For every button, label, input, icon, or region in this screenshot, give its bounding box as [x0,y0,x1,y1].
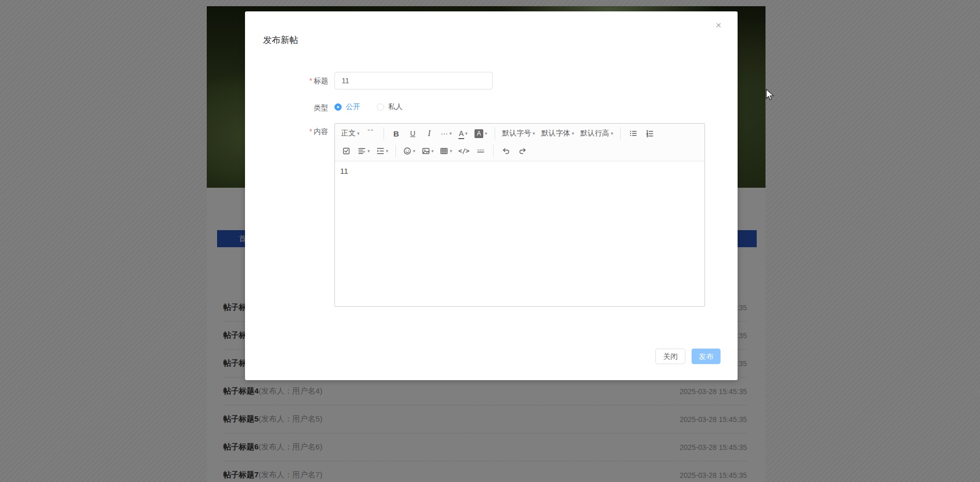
bold-icon: B [393,129,399,138]
ordered-list-button[interactable] [641,126,658,141]
toolbar-divider [395,145,396,157]
radio-dot-icon [377,103,384,111]
chevron-down-icon: ▾ [432,148,434,154]
code-block-button[interactable]: </> [455,144,473,158]
italic-button[interactable]: I [421,126,438,141]
divider-button[interactable] [472,144,489,158]
more-styles-dropdown[interactable]: ···▾ [438,126,455,141]
title-label-text: 标题 [314,77,328,85]
chevron-down-icon: ▾ [413,148,416,154]
table-icon [440,147,448,155]
radio-private-label: 私人 [388,102,403,112]
radio-dot-selected-icon [334,103,342,111]
font-size-dropdown[interactable]: 默认字号▾ [499,126,539,141]
new-post-dialog: 发布新帖 × *标题 类型 公开 私人 *内容 正文▾ “ [245,11,738,380]
radio-public[interactable]: 公开 [334,102,360,112]
bg-color-dropdown[interactable]: A▾ [471,126,491,141]
chevron-down-icon: ▾ [533,131,535,136]
table-dropdown[interactable]: ▾ [437,144,455,158]
type-field-label: 类型 [245,103,328,113]
chevron-down-icon: ▾ [465,131,468,136]
font-family-label: 默认字体 [541,129,570,138]
font-size-label: 默认字号 [502,129,531,138]
chevron-down-icon: ▾ [450,131,452,136]
content-label-text: 内容 [314,127,328,135]
toolbar-divider [493,145,494,157]
align-dropdown[interactable]: ▾ [355,144,373,158]
image-dropdown[interactable]: ▾ [419,144,437,158]
undo-button[interactable] [498,144,514,158]
font-color-icon: A [459,130,464,137]
bullet-list-button[interactable] [625,126,641,141]
editor-toolbar: 正文▾ “ B U I ···▾ A▾ A▾ 默认字号▾ 默认字体▾ 默认行高▾ [335,124,705,161]
mouse-cursor [764,89,776,103]
ordered-list-icon [646,129,654,138]
paragraph-style-dropdown[interactable]: 正文▾ [338,126,363,141]
radio-public-label: 公开 [346,102,360,112]
toolbar-row-1: 正文▾ “ B U I ···▾ A▾ A▾ 默认字号▾ 默认字体▾ 默认行高▾ [338,125,701,142]
toolbar-divider [620,127,621,140]
bold-button[interactable]: B [388,126,405,141]
bg-color-icon: A [474,129,483,138]
app-screen: 首页 帖子标题1(发布人：用户名1) 2025-03-28 15:45:35 帖… [0,0,980,482]
line-height-label: 默认行高 [580,129,609,138]
todo-icon [342,147,350,155]
editor-text: 11 [340,167,348,175]
editor-content-area[interactable]: 11 [335,161,705,307]
toolbar-divider [495,127,495,140]
radio-private[interactable]: 私人 [377,102,403,112]
toolbar-row-2: ▾ ▾ ▾ ▾ [338,142,701,160]
dialog-title: 发布新帖 [263,34,298,46]
blockquote-icon: “ [367,130,375,137]
toolbar-divider [384,127,384,140]
emoji-icon [403,147,411,155]
rich-text-editor: 正文▾ “ B U I ···▾ A▾ A▾ 默认字号▾ 默认字体▾ 默认行高▾ [334,123,705,307]
emoji-dropdown[interactable]: ▾ [400,144,419,158]
blockquote-button[interactable]: “ [363,126,379,141]
font-color-dropdown[interactable]: A▾ [455,126,471,141]
redo-button[interactable] [514,144,531,158]
publish-button[interactable]: 发布 [692,349,721,364]
chevron-down-icon: ▾ [572,131,574,136]
line-height-dropdown[interactable]: 默认行高▾ [577,126,617,141]
divider-icon [477,147,485,155]
type-label-text: 类型 [314,103,328,112]
chevron-down-icon: ▾ [357,131,360,136]
underline-icon: U [410,129,415,138]
more-icon: ··· [441,129,448,138]
close-button[interactable]: 关闭 [655,349,685,364]
chevron-down-icon: ▾ [386,148,389,154]
paragraph-style-label: 正文 [341,129,356,138]
chevron-down-icon: ▾ [450,148,452,154]
todo-button[interactable] [338,144,355,158]
underline-button[interactable]: U [405,126,421,141]
chevron-down-icon: ▾ [611,131,614,136]
bullet-list-icon [629,129,637,138]
italic-icon: I [428,129,431,138]
undo-icon [502,147,510,155]
content-field-label: *内容 [245,127,328,137]
required-mark: * [310,127,312,135]
required-mark: * [310,77,312,85]
align-icon [358,147,366,155]
title-field-label: *标题 [245,77,328,86]
chevron-down-icon: ▾ [485,131,487,136]
chevron-down-icon: ▾ [368,148,370,154]
indent-dropdown[interactable]: ▾ [373,144,392,158]
indent-icon [376,147,385,155]
font-family-dropdown[interactable]: 默认字体▾ [538,126,577,141]
type-radio-group: 公开 私人 [334,101,403,113]
redo-icon [518,147,527,155]
title-input[interactable] [334,72,493,89]
close-icon[interactable]: × [711,18,726,33]
code-icon: </> [458,147,470,155]
image-icon [422,147,430,155]
